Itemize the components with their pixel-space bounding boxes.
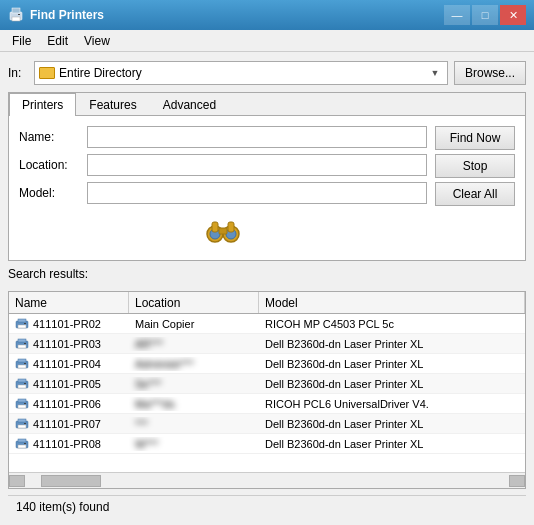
dropdown-arrow-icon: ▼ [427, 62, 443, 84]
cell-model: Dell B2360d-dn Laser Printer XL [259, 377, 525, 391]
svg-rect-10 [228, 222, 234, 232]
location-redacted: Se*** [135, 378, 161, 390]
search-buttons: Find Now Stop Clear All [435, 126, 515, 250]
results-table: Name Location Model 411101-PR02Main Copi… [8, 291, 526, 489]
cell-model: RICOH PCL6 UniversalDriver V4. [259, 397, 525, 411]
cell-location: Administr*** [129, 357, 259, 371]
cell-model: Dell B2360d-dn Laser Printer XL [259, 337, 525, 351]
cell-name: 411101-PR03 [9, 337, 129, 351]
minimize-button[interactable]: — [444, 5, 470, 25]
tab-content: Name: Location: Model: [9, 116, 525, 260]
name-label: Name: [19, 130, 81, 144]
cell-location: Main Copier [129, 317, 259, 331]
model-input[interactable] [87, 182, 427, 204]
svg-rect-14 [24, 323, 26, 324]
svg-rect-12 [18, 319, 26, 322]
svg-rect-3 [18, 14, 20, 15]
printer-name: 411101-PR03 [33, 338, 101, 350]
title-bar-left: Find Printers [8, 7, 104, 23]
cell-name: 411101-PR08 [9, 437, 129, 451]
svg-rect-26 [24, 383, 26, 384]
model-row: Model: [19, 182, 427, 204]
location-input[interactable] [87, 154, 427, 176]
in-label: In: [8, 66, 28, 80]
scroll-thumb[interactable] [41, 475, 101, 487]
printer-name: 411101-PR02 [33, 318, 101, 330]
svg-rect-33 [18, 425, 26, 428]
printer-name: 411101-PR06 [33, 398, 101, 410]
directory-text: Entire Directory [59, 66, 423, 80]
table-row[interactable]: 411101-PR06Ma***dsRICOH PCL6 UniversalDr… [9, 394, 525, 414]
browse-button[interactable]: Browse... [454, 61, 526, 85]
svg-rect-30 [24, 403, 26, 404]
scroll-left-btn[interactable] [9, 475, 25, 487]
scroll-right-btn[interactable] [509, 475, 525, 487]
in-row: In: Entire Directory ▼ Browse... [8, 60, 526, 86]
printer-row-icon [15, 418, 29, 430]
col-header-location[interactable]: Location [129, 292, 259, 313]
table-row[interactable]: 411101-PR07***Dell B2360d-dn Laser Print… [9, 414, 525, 434]
printer-row-icon [15, 338, 29, 350]
horizontal-scrollbar[interactable] [9, 472, 525, 488]
binoculars-icon [205, 212, 241, 248]
printer-row-icon [15, 358, 29, 370]
table-row[interactable]: 411101-PR03AR***Dell B2360d-dn Laser Pri… [9, 334, 525, 354]
find-now-button[interactable]: Find Now [435, 126, 515, 150]
col-header-model[interactable]: Model [259, 292, 525, 313]
table-row[interactable]: 411101-PR05Se***Dell B2360d-dn Laser Pri… [9, 374, 525, 394]
cell-name: 411101-PR04 [9, 357, 129, 371]
directory-selector[interactable]: Entire Directory ▼ [34, 61, 448, 85]
name-input[interactable] [87, 126, 427, 148]
clear-all-button[interactable]: Clear All [435, 182, 515, 206]
table-row[interactable]: 411101-PR04Administr***Dell B2360d-dn La… [9, 354, 525, 374]
icon-area [19, 210, 427, 250]
search-fields: Name: Location: Model: [19, 126, 427, 250]
svg-rect-32 [18, 419, 26, 422]
close-button[interactable]: ✕ [500, 5, 526, 25]
col-header-name[interactable]: Name [9, 292, 129, 313]
menu-view[interactable]: View [76, 32, 118, 50]
printer-row-icon [15, 318, 29, 330]
folder-icon [39, 67, 55, 79]
tab-printers[interactable]: Printers [9, 93, 76, 116]
status-bar: 140 item(s) found [8, 495, 526, 517]
svg-rect-8 [219, 228, 227, 234]
svg-rect-37 [18, 445, 26, 448]
table-row[interactable]: 411101-PR02Main CopierRICOH MP C4503 PCL… [9, 314, 525, 334]
stop-button[interactable]: Stop [435, 154, 515, 178]
printer-name: 411101-PR07 [33, 418, 101, 430]
window-title: Find Printers [30, 8, 104, 22]
menu-file[interactable]: File [4, 32, 39, 50]
svg-rect-28 [18, 399, 26, 402]
status-text: 140 item(s) found [16, 500, 109, 514]
svg-rect-16 [18, 339, 26, 342]
tab-features[interactable]: Features [76, 93, 149, 116]
svg-rect-38 [24, 443, 26, 444]
search-area: Name: Location: Model: [19, 126, 515, 250]
svg-rect-20 [18, 359, 26, 362]
maximize-button[interactable]: □ [472, 5, 498, 25]
cell-location: *** [129, 417, 259, 431]
cell-name: 411101-PR07 [9, 417, 129, 431]
cell-name: 411101-PR02 [9, 317, 129, 331]
tab-advanced[interactable]: Advanced [150, 93, 229, 116]
cell-name: 411101-PR06 [9, 397, 129, 411]
table-row[interactable]: 411101-PR08W***Dell B2360d-dn Laser Prin… [9, 434, 525, 454]
svg-rect-25 [18, 385, 26, 388]
location-redacted: W*** [135, 438, 158, 450]
window-body: In: Entire Directory ▼ Browse... Printer… [0, 52, 534, 525]
location-row: Location: [19, 154, 427, 176]
location-redacted: AR*** [135, 338, 163, 350]
title-bar-controls: — □ ✕ [444, 5, 526, 25]
svg-rect-9 [212, 222, 218, 232]
location-redacted: Administr*** [135, 358, 194, 370]
svg-rect-21 [18, 365, 26, 368]
svg-rect-24 [18, 379, 26, 382]
menu-edit[interactable]: Edit [39, 32, 76, 50]
name-row: Name: [19, 126, 427, 148]
printer-name: 411101-PR08 [33, 438, 101, 450]
svg-rect-29 [18, 405, 26, 408]
printer-row-icon [15, 398, 29, 410]
svg-rect-17 [18, 345, 26, 348]
location-redacted: Ma***ds [135, 398, 175, 410]
